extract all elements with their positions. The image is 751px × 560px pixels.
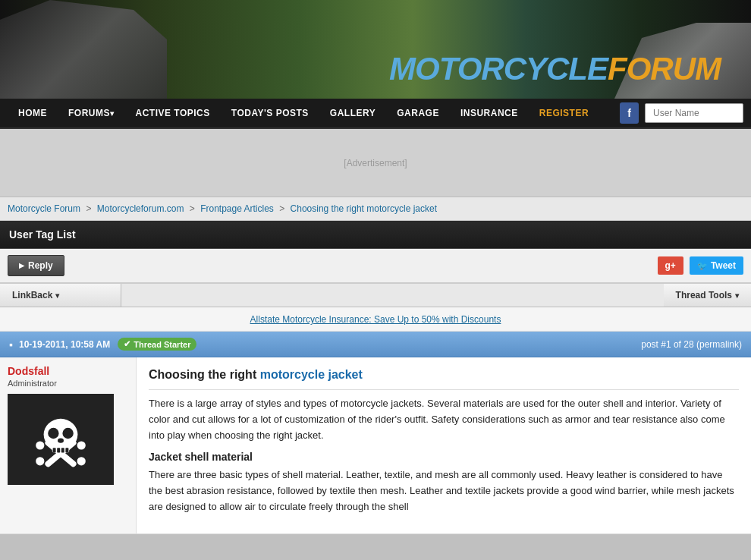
svg-point-13	[36, 457, 44, 465]
logo-forum: FORUM	[608, 51, 721, 87]
nav-garage[interactable]: GARAGE	[386, 98, 450, 128]
ad-strip: Allstate Motorcycle Insurance: Save Up t…	[0, 307, 751, 332]
post-number: post #1 of 28 (permalink)	[641, 339, 742, 350]
logo-motorcycle: MOTORCYCLE	[389, 51, 608, 87]
thread-tools-bar: LinkBack Thread Tools	[0, 283, 751, 307]
ad-placeholder-text: [Advertisement]	[344, 158, 407, 168]
site-logo: MOTORCYCLEFORUM	[389, 51, 721, 87]
reply-button[interactable]: Reply	[8, 255, 64, 276]
nav-active-topics[interactable]: ACTIVE TOPICS	[125, 98, 221, 128]
post-title-link[interactable]: motorcycle jacket	[260, 368, 363, 381]
svg-point-1	[48, 428, 58, 439]
facebook-button[interactable]: f	[620, 102, 639, 124]
ad-strip-link[interactable]: Allstate Motorcycle Insurance: Save Up t…	[250, 314, 501, 325]
breadcrumb-link-1[interactable]: Motorcycleforum.com	[97, 203, 184, 214]
breadcrumb-link-3[interactable]: Choosing the right motorcycle jacket	[291, 203, 437, 214]
svg-point-14	[77, 457, 86, 465]
breadcrumb-link-2[interactable]: Frontpage Articles	[200, 203, 274, 214]
author-title: Administrator	[8, 379, 57, 388]
tweet-button[interactable]: Tweet	[690, 256, 743, 275]
nav-register[interactable]: REGISTER	[529, 98, 599, 128]
svg-rect-8	[61, 448, 64, 452]
svg-point-10	[58, 438, 64, 442]
linkback-button[interactable]: LinkBack	[0, 284, 121, 307]
post-title: Choosing the right motorcycle jacket	[149, 368, 739, 382]
svg-point-12	[77, 441, 86, 449]
ad-banner-top: [Advertisement]	[0, 129, 751, 197]
nav-home[interactable]: HOME	[8, 98, 58, 128]
breadcrumb-link-0[interactable]: Motorcycle Forum	[8, 203, 80, 214]
post-section2-title: Jacket shell material	[149, 451, 739, 463]
author-avatar	[8, 394, 114, 485]
skull-icon	[30, 409, 91, 470]
social-buttons: g+ Tweet	[658, 256, 743, 275]
post-section1-text: There is a large array of styles and typ…	[149, 396, 739, 443]
post-header: ▪ 10-19-2011, 10:58 AM Thread Starter po…	[0, 332, 751, 357]
username-input[interactable]	[645, 103, 743, 123]
thread-starter-badge: Thread Starter	[118, 338, 196, 351]
breadcrumb: Motorcycle Forum > Motorcycleforum.com >…	[0, 197, 751, 221]
post-new-icon: ▪	[9, 338, 13, 351]
nav-insurance[interactable]: INSURANCE	[450, 98, 529, 128]
post-date: 10-19-2011, 10:58 AM	[19, 339, 110, 350]
author-name[interactable]: Dodsfall	[8, 365, 49, 377]
nav-todays-posts[interactable]: TODAY'S POSTS	[221, 98, 319, 128]
post-area: Dodsfall Administrator	[0, 357, 751, 534]
permalink-link[interactable]: permalink	[699, 339, 739, 350]
main-nav: HOME FORUMS ACTIVE TOPICS TODAY'S POSTS …	[0, 99, 751, 129]
gplus-button[interactable]: g+	[658, 256, 683, 275]
header-banner: MOTORCYCLEFORUM	[0, 0, 751, 99]
svg-point-11	[36, 441, 44, 449]
svg-rect-6	[53, 448, 56, 452]
section-header: User Tag List	[0, 221, 751, 249]
reply-bar: Reply g+ Tweet	[0, 249, 751, 283]
post-body: Choosing the right motorcycle jacket The…	[137, 357, 751, 533]
thread-tools-button[interactable]: Thread Tools	[664, 284, 751, 307]
nav-gallery[interactable]: GALLERY	[319, 98, 386, 128]
nav-forums[interactable]: FORUMS	[58, 98, 125, 128]
post-sidebar: Dodsfall Administrator	[0, 357, 137, 533]
section-title: User Tag List	[9, 228, 76, 241]
svg-rect-9	[65, 448, 68, 452]
post-section2-text: There are three basic types of shell mat…	[149, 467, 739, 514]
svg-point-2	[62, 428, 73, 439]
svg-rect-7	[57, 448, 60, 452]
